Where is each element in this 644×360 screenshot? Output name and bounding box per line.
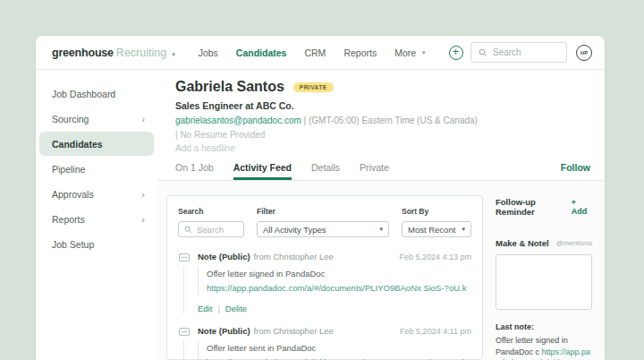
candidate-timezone: | (GMT-05:00) Eastern Time (US & Canada)	[304, 116, 478, 125]
search-filter-label: Search	[178, 207, 244, 216]
entry-author: from Christopher Lee	[254, 326, 334, 336]
candidate-role: Sales Engineer at ABC Co.	[175, 100, 590, 111]
entry-document-link[interactable]: https://app.pandadoc.com/a/#/documents/P…	[207, 356, 471, 360]
tab-on-1-job[interactable]: On 1 Job	[175, 162, 214, 180]
activity-feed-card: Search Filter	[166, 195, 483, 360]
make-a-note-title: Make & Notel	[496, 238, 549, 248]
candidate-header: Gabriela Santos PRIVATE Sales Engineer a…	[157, 70, 605, 153]
search-icon	[184, 226, 192, 234]
nav-item-more[interactable]: More ▾	[394, 47, 425, 58]
plus-icon: +	[453, 46, 459, 58]
nav-item-more-label: More	[394, 47, 416, 58]
right-panel: Follow-up Reminder + Add Make & Notel @m…	[483, 195, 594, 360]
timeline-line	[183, 340, 184, 360]
nav-item-reports[interactable]: Reports	[343, 47, 377, 58]
feed-filters: Search Filter	[178, 207, 471, 237]
separator: |	[217, 304, 219, 313]
sort-by-value: Most Recont	[408, 225, 455, 235]
note-textarea[interactable]	[496, 254, 592, 310]
chevron-right-icon: ›	[141, 189, 145, 200]
sidebar-item-label: Pipeline	[52, 164, 85, 175]
entry-title: Note (Public)	[198, 252, 250, 261]
chevron-right-icon: ›	[141, 214, 145, 225]
sidebar-item-sourcing[interactable]: Sourcing ›	[39, 107, 154, 131]
candidate-email-link[interactable]: gabrielasantos@pandadoc.com	[175, 116, 301, 125]
tab-details[interactable]: Details	[311, 162, 340, 180]
avatar-initials: HP	[580, 50, 588, 56]
nav-item-candidates[interactable]: Candidates	[236, 47, 287, 58]
global-search-placeholder: Search	[493, 47, 521, 57]
private-badge: PRIVATE	[293, 82, 334, 92]
sidebar-item-label: Job Dashboard	[52, 89, 115, 99]
last-note-label: Last note:	[496, 322, 592, 331]
sidebar-item-approvals[interactable]: Approvals ›	[39, 182, 154, 206]
last-note-section: Last note: Offer letter signed in PandaD…	[496, 322, 592, 360]
activity-type-value: All Activity Types	[263, 225, 326, 235]
entry-author: from Christopher Lee	[254, 252, 334, 261]
create-new-button[interactable]: +	[449, 46, 463, 60]
main-nav: Jobs Candidates CRM Reports More ▾	[199, 47, 426, 58]
edit-note-link[interactable]: Edit	[198, 304, 212, 313]
entry-body-text: Offer letter signed in PandaDoc	[207, 269, 325, 279]
feed-entry: Note (Public) from Christopher Lee Feb 5…	[178, 326, 471, 360]
sidebar-item-job-dashboard[interactable]: Job Dashboard	[39, 81, 154, 106]
sidebar-item-reports[interactable]: Reports ›	[39, 207, 154, 231]
mentions-hint: @mentions	[555, 239, 592, 247]
follow-button[interactable]: Follow	[561, 162, 590, 180]
global-search[interactable]: Search	[470, 42, 567, 63]
chevron-right-icon: ›	[141, 114, 145, 124]
sidebar-item-label: Approvals	[52, 189, 94, 200]
user-avatar[interactable]: HP	[576, 45, 592, 61]
left-sidebar: Job Dashboard Sourcing › Candidates Pipe…	[36, 70, 157, 360]
resume-status: | No Resume Provided	[175, 130, 590, 140]
filter-group-sort: Sort By Most Recont ▾	[402, 207, 471, 237]
note-icon	[179, 328, 190, 336]
nav-item-crm[interactable]: CRM	[304, 47, 326, 58]
activity-entries: Note (Public) from Christopher Lee Feb 5…	[178, 252, 471, 360]
filter-group-search: Search	[178, 207, 244, 237]
sidebar-item-pipeline[interactable]: Pipeline	[39, 157, 154, 181]
chevron-down-icon: ▾	[379, 226, 383, 233]
candidate-name: Gabriela Santos	[175, 79, 284, 95]
feed-search-box	[178, 221, 244, 237]
chevron-down-icon: ▾	[422, 49, 426, 56]
tab-activity-feed[interactable]: Activity Feed	[233, 162, 292, 180]
sidebar-item-label: Reports	[52, 214, 85, 225]
follow-up-reminder-title: Follow-up Reminder	[496, 197, 572, 217]
feed-search-input[interactable]	[197, 225, 238, 235]
filter-group-type: Filter All Activity Types ▾	[257, 207, 389, 237]
logo-product: Recruiting	[116, 47, 166, 59]
chevron-down-icon: ▾	[462, 226, 465, 233]
add-reminder-button[interactable]: + Add	[572, 198, 592, 216]
sidebar-item-job-setup[interactable]: Job Setup	[39, 232, 154, 256]
feed-entry: Note (Public) from Christopher Lee Feb 5…	[178, 252, 471, 313]
activity-type-dropdown[interactable]: All Activity Types ▾	[257, 221, 389, 237]
entry-timestamp: Feb 5,2024 4:13 pm	[399, 253, 471, 261]
tab-private[interactable]: Private	[360, 162, 389, 180]
sidebar-item-candidates[interactable]: Candidates	[39, 132, 154, 156]
app-window: greenhouse Recruiting ▾ Jobs Candidates …	[36, 36, 605, 360]
nav-item-jobs[interactable]: Jobs	[199, 47, 218, 58]
search-icon	[479, 48, 487, 57]
delete-note-link[interactable]: Delite	[225, 304, 247, 313]
entry-timestamp: Feb 5,2024 4:11 pm	[400, 327, 471, 336]
top-navbar: greenhouse Recruiting ▾ Jobs Candidates …	[36, 36, 605, 70]
entry-body-text: Offer letter sent in PandaDoc	[207, 343, 316, 353]
sort-filter-label: Sort By	[402, 207, 471, 216]
add-headline-link[interactable]: Add a headline	[175, 143, 590, 153]
logo-brand: greenhouse	[52, 47, 114, 59]
sidebar-item-label: Sourcing	[52, 114, 89, 124]
candidate-tabs: On 1 Job Activity Feed Details Private F…	[157, 162, 605, 181]
note-icon	[179, 253, 190, 261]
entry-document-link[interactable]: https://app.pandadoc.com/a/#/documents/P…	[207, 282, 471, 295]
entry-title: Note (Public)	[198, 326, 250, 336]
sort-by-dropdown[interactable]: Most Recont ▾	[402, 221, 471, 237]
type-filter-label: Filter	[257, 207, 389, 216]
sidebar-item-label: Job Setup	[52, 239, 94, 250]
sidebar-item-label: Candidates	[52, 139, 103, 150]
timeline-line	[183, 266, 184, 313]
chevron-down-icon: ▾	[172, 51, 175, 58]
greenhouse-logo[interactable]: greenhouse Recruiting ▾	[52, 47, 175, 59]
